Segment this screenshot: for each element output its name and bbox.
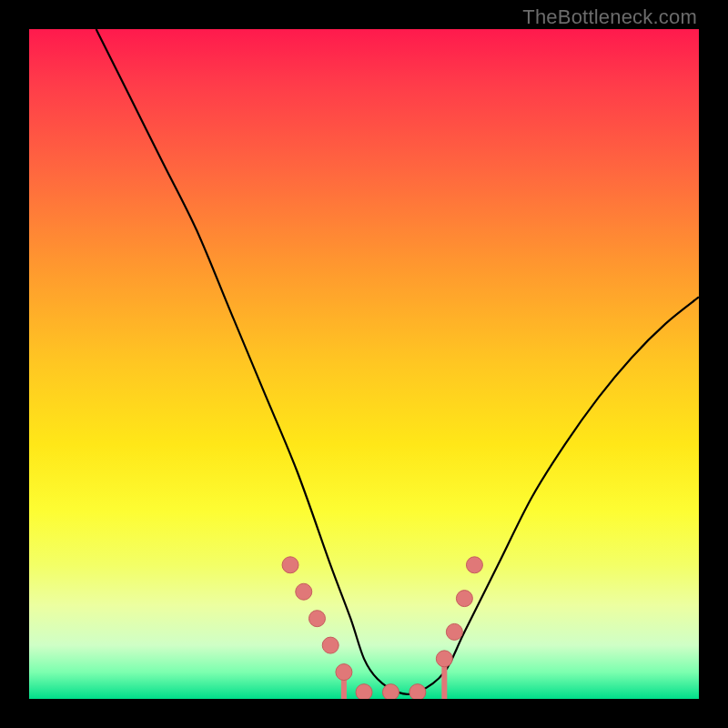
plot-area	[29, 29, 699, 699]
highlight-dot	[296, 583, 312, 600]
watermark-text: TheBottleneck.com	[522, 5, 697, 29]
highlight-dot	[446, 623, 462, 640]
outer-frame: TheBottleneck.com	[0, 0, 728, 728]
highlight-dot	[282, 557, 298, 573]
highlight-dot	[336, 664, 352, 681]
highlight-dot	[466, 557, 482, 573]
highlight-dot	[436, 651, 452, 667]
highlight-dot	[308, 611, 325, 627]
bottleneck-curve	[96, 29, 699, 694]
highlight-marker-group	[282, 557, 482, 699]
highlight-dot	[322, 637, 339, 653]
highlight-dot	[356, 684, 372, 699]
highlight-dot	[456, 591, 472, 607]
highlight-dot	[382, 684, 399, 699]
highlight-dot	[410, 684, 426, 699]
chart-svg	[29, 29, 699, 699]
